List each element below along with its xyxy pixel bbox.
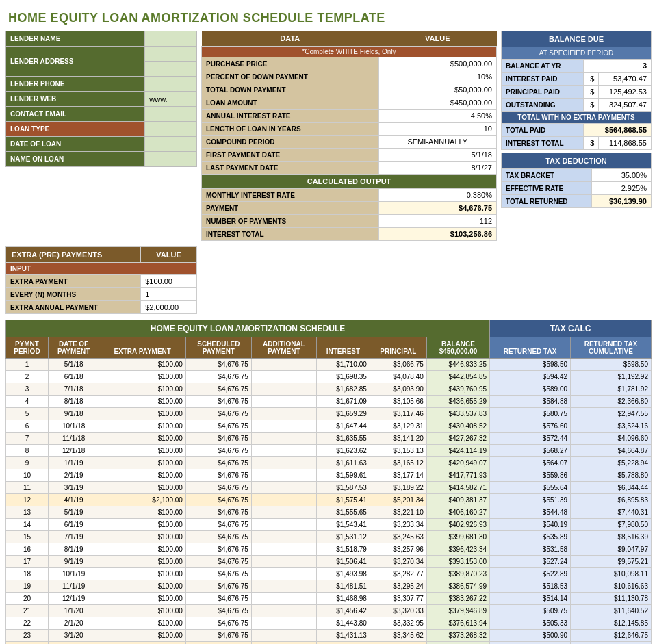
interest-paid-value: 53,470.47 bbox=[599, 73, 652, 86]
principal-paid-value: 125,492.53 bbox=[599, 86, 652, 99]
purchase-price-value[interactable]: $500,000.00 bbox=[378, 57, 496, 70]
middle-row: EXTRA (PRE) PAYMENTS VALUE INPUT EXTRA P… bbox=[5, 246, 652, 314]
extra-annual-payment-label: EXTRA ANNUAL PAYMENT bbox=[6, 301, 141, 314]
lender-name-value[interactable] bbox=[145, 31, 197, 47]
lender-address-value2[interactable] bbox=[145, 62, 197, 77]
total-paid-value: $564,868.55 bbox=[584, 124, 652, 137]
monthly-interest-rate-label: MONTHLY INTEREST RATE bbox=[202, 189, 379, 202]
effective-rate-label: EFFECTIVE RATE bbox=[502, 182, 592, 195]
right-section: BALANCE DUE AT SPECIFIED PERIOD BALANCE … bbox=[501, 31, 652, 241]
every-n-months-value[interactable]: 1 bbox=[141, 288, 197, 301]
length-of-loan-value[interactable]: 10 bbox=[378, 123, 496, 136]
table-row: 812/1/18$100.00$4,676.75$1,623.62$3,153.… bbox=[6, 445, 652, 457]
table-row: PURCHASE PRICE $500,000.00 bbox=[202, 57, 497, 70]
total-paid-label: TOTAL PAID bbox=[502, 124, 584, 137]
table-row: EXTRA ANNUAL PAYMENT $2,000.00 bbox=[6, 301, 197, 314]
table-row: LAST PAYMENT DATE 8/1/27 bbox=[202, 162, 497, 175]
down-payment-pct-label: PERCENT OF DOWN PAYMENT bbox=[202, 70, 379, 83]
table-row: 2012/1/19$100.00$4,676.75$1,468.98$3,307… bbox=[6, 593, 652, 605]
col-principal: PRINCIPAL bbox=[370, 337, 426, 359]
table-row: 1911/1/19$100.00$4,676.75$1,481.51$3,295… bbox=[6, 580, 652, 593]
tax-calc-header: TAX CALC bbox=[490, 320, 652, 337]
value-header: VALUE bbox=[378, 31, 496, 47]
table-row: TOTAL PAID $564,868.55 bbox=[502, 124, 652, 137]
table-row: LENGTH OF LOAN IN YEARS 10 bbox=[202, 123, 497, 136]
contact-email-value[interactable] bbox=[145, 107, 197, 122]
table-row: 244/1/20$2,100.00$4,676.75$1,418.42$5,35… bbox=[6, 642, 652, 645]
table-row: INPUT bbox=[6, 263, 197, 275]
col-returned-tax-cum: RETURNED TAXCUMULATIVE bbox=[571, 337, 652, 359]
table-row: 211/1/20$100.00$4,676.75$1,456.42$3,320.… bbox=[6, 605, 652, 617]
total-returned-label: TOTAL RETURNED bbox=[502, 195, 592, 208]
table-row: *Complete WHITE Fields, Only bbox=[202, 47, 497, 57]
table-row: INTEREST TOTAL $ 114,868.55 bbox=[502, 137, 652, 150]
table-row: 610/1/18$100.00$4,676.75$1,647.44$3,129.… bbox=[6, 420, 652, 433]
payment-value: $4,676.75 bbox=[378, 202, 496, 215]
tax-bracket-value[interactable]: 35.00% bbox=[592, 169, 652, 182]
balance-due-title: BALANCE DUE bbox=[502, 31, 652, 47]
compound-period-value[interactable]: SEMI-ANNUALLY bbox=[378, 136, 496, 149]
table-row: TAX DEDUCTION bbox=[502, 153, 652, 169]
total-down-payment-label: TOTAL DOWN PAYMENT bbox=[202, 83, 379, 96]
table-row: 59/1/18$100.00$4,676.75$1,659.29$3,117.4… bbox=[6, 408, 652, 420]
compound-period-label: COMPOUND PERIOD bbox=[202, 136, 379, 149]
table-row: AT SPECIFIED PERIOD bbox=[502, 47, 652, 60]
outstanding-value: 324,507.47 bbox=[599, 99, 652, 112]
table-row: 179/1/19$100.00$4,676.75$1,506.41$3,270.… bbox=[6, 556, 652, 568]
table-row: 711/1/18$100.00$4,676.75$1,635.55$3,141.… bbox=[6, 433, 652, 445]
loan-type-value[interactable] bbox=[145, 122, 197, 137]
table-row: DATA VALUE bbox=[202, 31, 497, 47]
col-period: PYMNTPERIOD bbox=[6, 337, 49, 359]
table-row: 48/1/18$100.00$4,676.75$1,671.09$3,105.6… bbox=[6, 396, 652, 408]
last-payment-date-value: 8/1/27 bbox=[378, 162, 496, 175]
table-row: BALANCE AT YR 3 bbox=[502, 60, 652, 73]
interest-paid-symbol: $ bbox=[584, 73, 599, 86]
loan-amount-label: LOAN AMOUNT bbox=[202, 96, 379, 110]
lender-web-value[interactable]: www. bbox=[145, 92, 197, 107]
main-container: HOME EQUITY LOAN AMORTIZATION SCHEDULE T… bbox=[0, 0, 657, 644]
extra-payments-value-label: VALUE bbox=[141, 247, 197, 263]
loan-amount-value: $450,000.00 bbox=[378, 96, 496, 110]
table-row: CALCULATED OUTPUT bbox=[202, 175, 497, 189]
total-returned-value: $36,139.90 bbox=[592, 195, 652, 208]
balance-due-table: BALANCE DUE AT SPECIFIED PERIOD BALANCE … bbox=[501, 31, 652, 150]
page-title: HOME EQUITY LOAN AMORTIZATION SCHEDULE T… bbox=[5, 5, 652, 31]
annual-interest-rate-value[interactable]: 4.50% bbox=[378, 110, 496, 123]
name-on-loan-value[interactable] bbox=[145, 152, 197, 167]
table-row: TOTAL RETURNED $36,139.90 bbox=[502, 195, 652, 208]
lender-phone-label: LENDER PHONE bbox=[6, 77, 145, 92]
table-row: 135/1/19$100.00$4,676.75$1,555.65$3,221.… bbox=[6, 506, 652, 519]
extra-annual-payment-value[interactable]: $2,000.00 bbox=[141, 301, 197, 314]
table-row: EVERY (N) MONTHS 1 bbox=[6, 288, 197, 301]
lender-table: LENDER NAME LENDER ADDRESS LENDER PHONE … bbox=[5, 31, 197, 167]
table-row: TOTAL DOWN PAYMENT $50,000.00 bbox=[202, 83, 497, 96]
col-interest: INTEREST bbox=[317, 337, 370, 359]
extra-payments-header: EXTRA (PRE) PAYMENTS bbox=[6, 247, 141, 263]
extra-payments-section: EXTRA (PRE) PAYMENTS VALUE INPUT EXTRA P… bbox=[5, 246, 197, 314]
table-row: LENDER PHONE bbox=[6, 77, 197, 92]
num-payments-value: 112 bbox=[378, 215, 496, 228]
contact-email-label: CONTACT EMAIL bbox=[6, 107, 145, 122]
interest-total-label: INTEREST TOTAL bbox=[202, 228, 379, 241]
col-date: DATE OFPAYMENT bbox=[48, 337, 99, 359]
table-row: HOME EQUITY LOAN AMORTIZATION SCHEDULE T… bbox=[6, 320, 652, 337]
table-row: 15/1/18$100.00$4,676.75$1,710.00$3,066.7… bbox=[6, 359, 652, 371]
interest-paid-label: INTEREST PAID bbox=[502, 73, 584, 86]
lender-phone-value[interactable] bbox=[145, 77, 197, 92]
table-row: 37/1/18$100.00$4,676.75$1,682.85$3,093.9… bbox=[6, 383, 652, 396]
table-row: LOAN TYPE bbox=[6, 122, 197, 137]
balance-at-yr-value[interactable]: 3 bbox=[584, 60, 652, 73]
lender-address-value1[interactable] bbox=[145, 47, 197, 62]
table-row: NUMBER OF PAYMENTS 112 bbox=[202, 215, 497, 228]
col-extra: EXTRA PAYMENT bbox=[99, 337, 185, 359]
first-payment-date-value[interactable]: 5/1/18 bbox=[378, 149, 496, 162]
table-row: DATE OF LOAN bbox=[6, 137, 197, 152]
extra-payment-value[interactable]: $100.00 bbox=[141, 275, 197, 288]
down-payment-pct-value[interactable]: 10% bbox=[378, 70, 496, 83]
effective-rate-value: 2.925% bbox=[592, 182, 652, 195]
balance-due-subtitle: AT SPECIFIED PERIOD bbox=[502, 47, 652, 60]
tax-deduction-table: TAX DEDUCTION TAX BRACKET 35.00% EFFECTI… bbox=[501, 153, 652, 208]
amort-main-header: HOME EQUITY LOAN AMORTIZATION SCHEDULE bbox=[6, 320, 490, 337]
table-row: 146/1/19$100.00$4,676.75$1,543.41$3,233.… bbox=[6, 519, 652, 531]
date-of-loan-value[interactable] bbox=[145, 137, 197, 152]
